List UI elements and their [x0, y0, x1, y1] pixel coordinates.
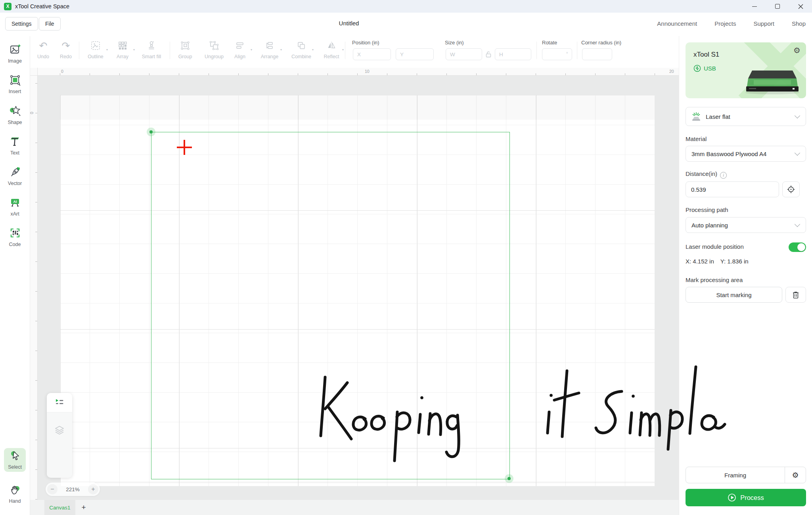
sidebar-item-code[interactable]: Code	[0, 227, 30, 247]
undo-button[interactable]: ↶ Undo	[32, 39, 55, 59]
position-y-input[interactable]	[396, 48, 434, 60]
vertical-ruler: 0	[30, 75, 38, 515]
sidebar-item-select[interactable]: Select	[0, 450, 30, 470]
canvas-area[interactable]: 0 10 20 0	[30, 68, 679, 515]
material-value: 3mm Basswood Plywood A4	[691, 151, 795, 157]
measure-distance-button[interactable]	[782, 181, 800, 197]
reflect-button[interactable]: Reflect ▾	[320, 39, 343, 59]
position-x-input[interactable]	[353, 48, 391, 60]
nav-projects[interactable]: Projects	[714, 20, 736, 27]
selection-handle-bottom-right[interactable]	[505, 474, 513, 483]
delete-marking-button[interactable]	[785, 287, 806, 303]
device-card[interactable]: xTool S1 USB ⚙	[686, 42, 806, 98]
float-panel-body	[47, 412, 72, 478]
usb-icon	[693, 65, 701, 72]
sidebar-item-insert[interactable]: Insert	[0, 74, 30, 94]
zoom-in-button[interactable]: +	[88, 484, 98, 494]
arrange-dropdown-caret[interactable]: ▾	[280, 48, 282, 52]
chevron-down-icon	[795, 221, 800, 227]
layers-icon[interactable]	[54, 424, 65, 437]
nav-announcement[interactable]: Announcement	[657, 20, 697, 27]
outline-button[interactable]: Outline ▾	[84, 39, 107, 59]
crosshair-target-icon	[787, 185, 795, 194]
chevron-down-icon	[795, 113, 800, 118]
ruler-label: 0	[61, 69, 63, 74]
maximize-button[interactable]	[766, 0, 789, 13]
reflect-dropdown-caret[interactable]: ▾	[342, 48, 344, 52]
file-button[interactable]: File	[39, 17, 61, 31]
process-list-icon[interactable]	[54, 397, 65, 409]
arrange-icon	[264, 40, 275, 51]
group-button[interactable]: Group	[174, 39, 197, 59]
canvas-float-panel	[47, 393, 72, 477]
minimize-button[interactable]	[743, 0, 766, 13]
toolbar-separator	[577, 42, 577, 59]
laser-position-toggle[interactable]	[789, 242, 806, 252]
processing-mode-select[interactable]: Laser flat	[686, 107, 806, 126]
align-dropdown-caret[interactable]: ▾	[251, 48, 252, 52]
coordinate-y: Y: 1.836 in	[720, 258, 749, 265]
sidebar-item-hand[interactable]: Hand	[0, 484, 30, 504]
app-logo-icon: X	[4, 3, 11, 10]
maximize-icon	[775, 4, 780, 9]
undo-icon: ↶	[39, 40, 48, 51]
canvas-tab[interactable]: Canvas1	[44, 500, 75, 515]
connection-label: USB	[704, 65, 716, 72]
smart-fill-icon	[146, 40, 157, 51]
toolbar-separator	[79, 42, 79, 59]
vector-icon	[10, 166, 21, 177]
laser-position-coordinates: X: 4.152 in Y: 1.836 in	[686, 258, 749, 265]
align-button[interactable]: Align ▾	[228, 39, 251, 59]
sidebar-item-text[interactable]: Text	[0, 136, 30, 156]
framing-settings-button[interactable]: ⚙	[785, 467, 806, 483]
combine-button[interactable]: Combine ▾	[290, 39, 313, 59]
sidebar-item-shape[interactable]: Shape	[0, 105, 30, 125]
nav-support[interactable]: Support	[753, 20, 774, 27]
device-panel: xTool S1 USB ⚙	[679, 36, 812, 515]
lock-ratio-icon[interactable]	[485, 51, 492, 59]
close-button[interactable]	[789, 0, 812, 13]
zoom-out-button[interactable]: −	[47, 484, 57, 494]
redo-button[interactable]: ↷ Redo	[54, 39, 77, 59]
ruler-corner	[30, 68, 38, 76]
sidebar-item-vector[interactable]: Vector	[0, 166, 30, 186]
array-button[interactable]: Array ▾	[111, 39, 134, 59]
info-icon[interactable]: i	[720, 172, 727, 179]
framing-button[interactable]: Framing	[686, 467, 785, 483]
canvas-tab-bar: Canvas1 +	[30, 500, 679, 515]
array-dropdown-caret[interactable]: ▾	[133, 48, 135, 52]
processing-path-select[interactable]: Auto planning	[686, 217, 806, 233]
add-canvas-button[interactable]: +	[76, 500, 92, 515]
toolbar-separator	[170, 42, 170, 59]
settings-button[interactable]: Settings	[5, 17, 38, 31]
distance-input[interactable]	[686, 181, 779, 197]
size-w-input[interactable]	[446, 48, 482, 60]
process-button[interactable]: Process	[686, 489, 806, 506]
arrange-button[interactable]: Arrange ▾	[258, 39, 281, 59]
outline-dropdown-caret[interactable]: ▾	[106, 48, 108, 52]
tools-sidebar: Image Insert Shape	[0, 36, 30, 515]
sidebar-item-xart[interactable]: AI xArt	[0, 197, 30, 217]
sidebar-item-image[interactable]: Image	[0, 44, 30, 64]
mark-processing-area-label: Mark processing area	[686, 277, 743, 283]
smart-fill-button[interactable]: Smart fill	[140, 39, 163, 59]
reflect-icon	[326, 40, 337, 51]
text-icon	[10, 136, 21, 147]
select-cursor-icon	[10, 450, 21, 461]
start-marking-button[interactable]: Start marking	[686, 287, 782, 303]
framing-button-group: Framing ⚙	[686, 467, 806, 483]
laser-crosshair-icon	[184, 140, 185, 155]
corner-radius-input[interactable]	[582, 48, 612, 60]
ungroup-button[interactable]: Ungroup	[203, 39, 226, 59]
nav-shop[interactable]: Shop	[792, 20, 806, 27]
device-settings-gear-icon[interactable]: ⚙	[793, 46, 801, 55]
size-h-input[interactable]	[495, 48, 531, 60]
svg-text:AI: AI	[13, 200, 17, 204]
selection-rectangle[interactable]	[151, 132, 510, 479]
material-label: Material	[686, 135, 707, 142]
combine-dropdown-caret[interactable]: ▾	[312, 48, 314, 52]
material-select[interactable]: 3mm Basswood Plywood A4	[686, 146, 806, 162]
array-icon	[117, 40, 128, 51]
selection-handle-top-left[interactable]	[147, 128, 155, 136]
zoom-level[interactable]: 221%	[59, 486, 86, 492]
